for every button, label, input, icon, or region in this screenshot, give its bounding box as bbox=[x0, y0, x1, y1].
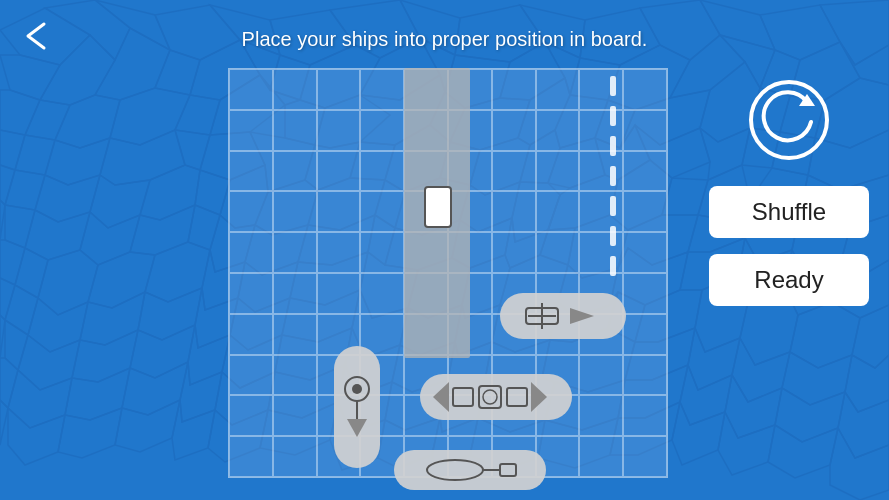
grid-cell[interactable] bbox=[360, 273, 404, 314]
controls-panel: Shuffle Ready bbox=[709, 80, 869, 306]
grid-cell[interactable] bbox=[273, 395, 317, 436]
grid-cell[interactable] bbox=[229, 151, 273, 192]
grid-cell[interactable] bbox=[317, 69, 361, 110]
grid-cell[interactable] bbox=[579, 151, 623, 192]
grid-cell[interactable] bbox=[317, 273, 361, 314]
game-board bbox=[228, 68, 668, 478]
svg-marker-8 bbox=[433, 382, 449, 412]
grid-cell[interactable] bbox=[623, 110, 667, 151]
grid-cell[interactable] bbox=[492, 110, 536, 151]
grid-cell[interactable] bbox=[579, 191, 623, 232]
grid-cell[interactable] bbox=[229, 314, 273, 355]
svg-marker-7 bbox=[347, 419, 367, 437]
road-dash bbox=[610, 196, 616, 216]
grid-cell[interactable] bbox=[273, 191, 317, 232]
svg-rect-12 bbox=[507, 388, 527, 406]
grid-cell[interactable] bbox=[273, 436, 317, 477]
grid-cell[interactable] bbox=[317, 151, 361, 192]
svg-point-5 bbox=[352, 384, 362, 394]
grid-cell[interactable] bbox=[273, 151, 317, 192]
grid-cell[interactable] bbox=[536, 191, 580, 232]
grid-cell[interactable] bbox=[229, 69, 273, 110]
grid-cell[interactable] bbox=[536, 151, 580, 192]
grid-cell[interactable] bbox=[273, 273, 317, 314]
grid-cell[interactable] bbox=[360, 151, 404, 192]
grid-cell[interactable] bbox=[317, 232, 361, 273]
grid-cell[interactable] bbox=[273, 69, 317, 110]
grid-cell[interactable] bbox=[360, 69, 404, 110]
grid-cell[interactable] bbox=[273, 110, 317, 151]
grid-cell[interactable] bbox=[623, 314, 667, 355]
grid-cell[interactable] bbox=[492, 232, 536, 273]
grid-cell[interactable] bbox=[623, 69, 667, 110]
grid-cell[interactable] bbox=[623, 191, 667, 232]
ready-button[interactable]: Ready bbox=[709, 254, 869, 306]
grid-cell[interactable] bbox=[229, 232, 273, 273]
instruction-text: Place your ships into proper position in… bbox=[242, 28, 648, 51]
grid-cell[interactable] bbox=[273, 314, 317, 355]
svg-point-11 bbox=[483, 390, 497, 404]
grid-cell[interactable] bbox=[273, 355, 317, 396]
road-dash bbox=[610, 76, 616, 96]
grid-cell[interactable] bbox=[492, 151, 536, 192]
grid-cell[interactable] bbox=[229, 436, 273, 477]
svg-marker-13 bbox=[531, 382, 547, 412]
ship-3[interactable] bbox=[334, 346, 380, 468]
road-dash bbox=[610, 226, 616, 246]
grid-cell[interactable] bbox=[360, 110, 404, 151]
ship-4[interactable] bbox=[420, 374, 572, 420]
svg-marker-3 bbox=[570, 308, 594, 324]
grid-cell[interactable] bbox=[623, 232, 667, 273]
grid-cell[interactable] bbox=[317, 191, 361, 232]
grid-cell[interactable] bbox=[579, 69, 623, 110]
grid-cell[interactable] bbox=[229, 395, 273, 436]
grid-cell[interactable] bbox=[229, 273, 273, 314]
grid-cell[interactable] bbox=[492, 69, 536, 110]
grid-cell[interactable] bbox=[317, 110, 361, 151]
road-dash bbox=[610, 106, 616, 126]
ship-1[interactable] bbox=[424, 186, 452, 228]
road-dash bbox=[610, 166, 616, 186]
road-dashes bbox=[610, 76, 616, 276]
ship-5[interactable] bbox=[394, 450, 546, 490]
ship-2[interactable] bbox=[500, 293, 626, 339]
grid-cell[interactable] bbox=[229, 110, 273, 151]
grid-cell[interactable] bbox=[579, 355, 623, 396]
grid-cell[interactable] bbox=[492, 191, 536, 232]
back-button[interactable] bbox=[18, 18, 54, 54]
grid-cell[interactable] bbox=[536, 69, 580, 110]
grid-cell[interactable] bbox=[229, 191, 273, 232]
grid-cell[interactable] bbox=[623, 273, 667, 314]
grid-cell[interactable] bbox=[360, 232, 404, 273]
grid-cell[interactable] bbox=[623, 436, 667, 477]
svg-rect-16 bbox=[500, 464, 516, 476]
grid-cell[interactable] bbox=[579, 395, 623, 436]
grid-cell[interactable] bbox=[579, 110, 623, 151]
main-content: Place your ships into proper position in… bbox=[0, 0, 889, 500]
grid-cell[interactable] bbox=[623, 395, 667, 436]
grid-cell[interactable] bbox=[623, 151, 667, 192]
grid-cell[interactable] bbox=[579, 436, 623, 477]
svg-point-14 bbox=[427, 460, 483, 480]
grid-cell[interactable] bbox=[536, 110, 580, 151]
grid-cell[interactable] bbox=[360, 191, 404, 232]
grid-cell[interactable] bbox=[273, 232, 317, 273]
grid-cell[interactable] bbox=[579, 232, 623, 273]
road-dash bbox=[610, 256, 616, 276]
grid-cell[interactable] bbox=[536, 232, 580, 273]
grid-cell[interactable] bbox=[229, 355, 273, 396]
shuffle-button[interactable]: Shuffle bbox=[709, 186, 869, 238]
road-dash bbox=[610, 136, 616, 156]
svg-rect-9 bbox=[453, 388, 473, 406]
grid-cell[interactable] bbox=[623, 355, 667, 396]
rotate-button[interactable] bbox=[749, 80, 829, 160]
